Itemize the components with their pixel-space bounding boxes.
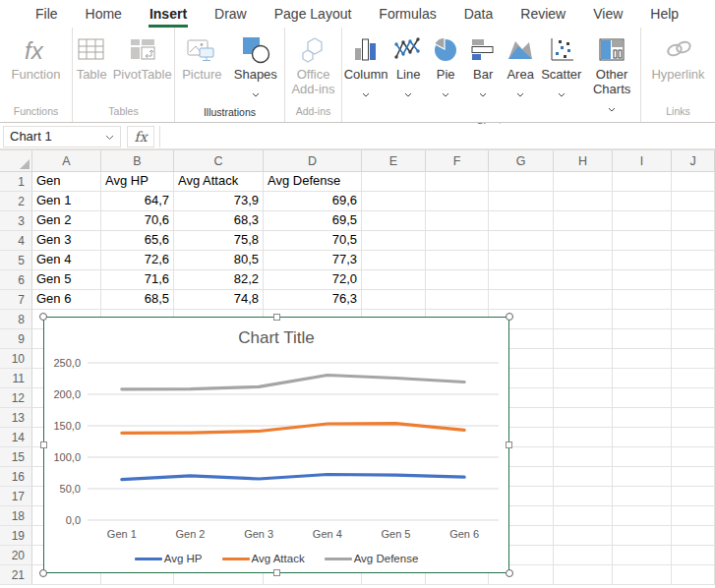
cell-F4[interactable] — [426, 231, 489, 251]
cell-J21[interactable] — [672, 565, 715, 585]
function-button[interactable]: fx Function — [7, 31, 66, 84]
cell-I2[interactable] — [613, 192, 672, 211]
cell-D7[interactable]: 76,3 — [264, 290, 362, 310]
pivottable-button[interactable]: PivotTable — [110, 31, 174, 84]
cell-I15[interactable] — [613, 447, 672, 467]
legend-item-avg-hp[interactable]: Avg HP — [135, 553, 203, 564]
cell-J14[interactable] — [672, 428, 715, 447]
cell-E1[interactable] — [362, 172, 426, 192]
cell-H2[interactable] — [554, 192, 613, 211]
column-header-C[interactable]: C — [174, 150, 264, 172]
cell-D5[interactable]: 77,3 — [264, 251, 362, 270]
column-header-J[interactable]: J — [672, 150, 715, 172]
cell-B4[interactable]: 65,6 — [101, 231, 174, 251]
column-header-D[interactable]: D — [264, 150, 362, 172]
resize-handle-bottom-right[interactable] — [506, 569, 513, 577]
pie-chart-button[interactable]: Pie — [427, 31, 464, 103]
row-header-19[interactable]: 19 — [0, 526, 32, 546]
column-header-I[interactable]: I — [613, 150, 672, 172]
tab-file[interactable]: File — [22, 1, 72, 28]
resize-handle-top-middle[interactable] — [273, 314, 280, 321]
legend-item-avg-attack[interactable]: Avg Attack — [222, 553, 305, 564]
name-box-dropdown-icon[interactable] — [105, 129, 114, 144]
resize-handle-right-middle[interactable] — [506, 441, 512, 448]
cell-H6[interactable] — [554, 270, 613, 290]
tab-help[interactable]: Help — [636, 1, 692, 28]
cell-G2[interactable] — [489, 192, 554, 211]
cell-I17[interactable] — [613, 487, 672, 506]
cell-J6[interactable] — [672, 270, 715, 290]
cell-G4[interactable] — [489, 231, 554, 251]
column-chart-button[interactable]: Column — [342, 31, 389, 103]
row-header-3[interactable]: 3 — [0, 211, 32, 231]
name-box[interactable]: Chart 1 — [3, 126, 121, 147]
cell-H9[interactable] — [554, 329, 613, 349]
column-header-B[interactable]: B — [101, 150, 174, 172]
row-header-8[interactable]: 8 — [0, 310, 32, 329]
cell-H3[interactable] — [554, 211, 613, 231]
scatter-chart-button[interactable]: Scatter — [539, 31, 583, 103]
cell-E2[interactable] — [362, 192, 426, 211]
cell-J4[interactable] — [672, 231, 715, 251]
column-header-A[interactable]: A — [32, 150, 101, 172]
tab-page-layout[interactable]: Page Layout — [261, 1, 366, 28]
resize-handle-bottom-left[interactable] — [39, 569, 47, 577]
column-header-G[interactable]: G — [489, 150, 554, 172]
cell-G7[interactable] — [489, 290, 554, 310]
cell-H16[interactable] — [554, 467, 613, 487]
cell-F2[interactable] — [426, 192, 489, 211]
cell-F5[interactable] — [426, 251, 489, 270]
resize-handle-top-right[interactable] — [506, 313, 513, 321]
cell-A3[interactable]: Gen 2 — [32, 211, 101, 231]
insert-function-button[interactable]: fx — [127, 126, 154, 147]
cell-H1[interactable] — [554, 172, 613, 192]
cell-H4[interactable] — [554, 231, 613, 251]
cell-J3[interactable] — [672, 211, 715, 231]
column-header-E[interactable]: E — [362, 150, 426, 172]
cell-D1[interactable]: Avg Defense — [264, 172, 362, 192]
cell-C3[interactable]: 68,3 — [174, 211, 264, 231]
resize-handle-left-middle[interactable] — [40, 441, 47, 448]
chart-overlay[interactable]: Chart Title 0,050,0100,0150,0200,0250,0G… — [43, 317, 509, 573]
row-header-17[interactable]: 17 — [0, 487, 32, 506]
row-header-9[interactable]: 9 — [0, 329, 32, 349]
cell-H10[interactable] — [554, 349, 613, 369]
cell-J13[interactable] — [672, 408, 715, 428]
cell-D6[interactable]: 72,0 — [264, 270, 362, 290]
cell-C1[interactable]: Avg Attack — [174, 172, 264, 192]
cell-H7[interactable] — [554, 290, 613, 310]
cell-A1[interactable]: Gen — [32, 172, 101, 192]
legend-item-avg-defense[interactable]: Avg Defense — [325, 553, 419, 564]
cell-J12[interactable] — [672, 388, 715, 408]
select-all-corner[interactable] — [0, 150, 32, 172]
cell-E7[interactable] — [362, 290, 426, 310]
cell-J11[interactable] — [672, 369, 715, 388]
cell-B3[interactable]: 70,6 — [101, 211, 174, 231]
cell-I3[interactable] — [613, 211, 672, 231]
cell-J7[interactable] — [672, 290, 715, 310]
picture-button[interactable]: Picture — [177, 31, 226, 84]
cell-J5[interactable] — [672, 251, 715, 270]
cell-J18[interactable] — [672, 506, 715, 526]
row-header-5[interactable]: 5 — [0, 251, 32, 270]
shapes-button[interactable]: Shapes — [229, 31, 282, 103]
cell-D4[interactable]: 70,5 — [264, 231, 362, 251]
cell-H11[interactable] — [554, 369, 613, 388]
bar-chart-button[interactable]: Bar — [464, 31, 502, 103]
cell-H8[interactable] — [554, 310, 613, 329]
hyperlink-button[interactable]: Hyperlink — [646, 31, 709, 84]
cell-I13[interactable] — [613, 408, 672, 428]
cell-E5[interactable] — [362, 251, 426, 270]
cell-J9[interactable] — [672, 329, 715, 349]
cell-C6[interactable]: 82,2 — [174, 270, 264, 290]
cell-J16[interactable] — [672, 467, 715, 487]
row-header-7[interactable]: 7 — [0, 290, 32, 310]
cell-F6[interactable] — [426, 270, 489, 290]
row-header-4[interactable]: 4 — [0, 231, 32, 251]
cell-H17[interactable] — [554, 487, 613, 506]
cell-F7[interactable] — [426, 290, 489, 310]
cell-E3[interactable] — [362, 211, 426, 231]
cell-I5[interactable] — [613, 251, 672, 270]
row-header-20[interactable]: 20 — [0, 546, 32, 565]
cell-G5[interactable] — [489, 251, 554, 270]
